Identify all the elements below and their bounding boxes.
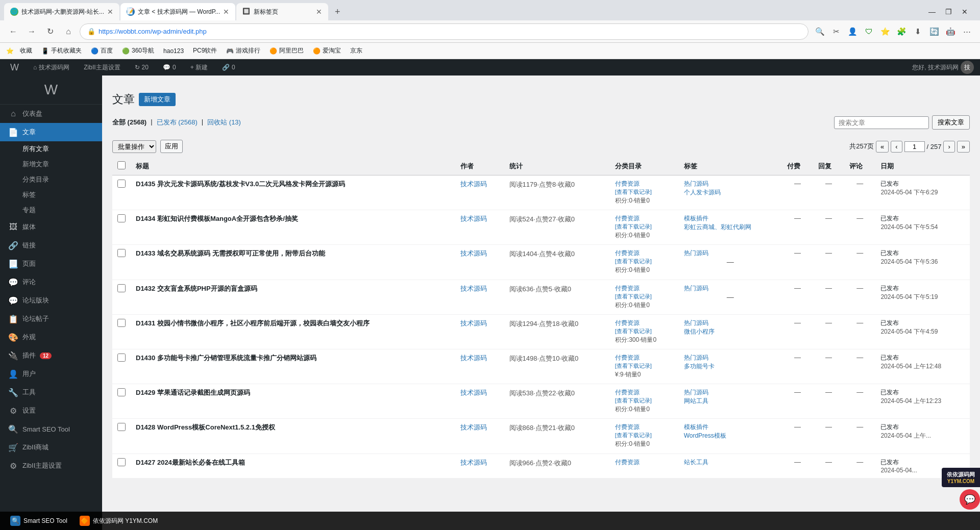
post-category-2[interactable]: 付费资源: [615, 249, 640, 257]
post-author-8[interactable]: 技术源码: [455, 453, 504, 478]
post-title-5[interactable]: D1430 多功能号卡推广分销管理系统流量卡推广分销网站源码: [136, 354, 450, 363]
sidebar-item-seo[interactable]: 🔍 Smart SEO Tool: [0, 420, 102, 438]
sidebar-item-comments[interactable]: 💬 评论: [0, 273, 102, 291]
post-title-4[interactable]: D1431 校园小情书微信小程序，社区小程序前后端开源，校园表白墙交友小程序: [136, 319, 450, 328]
tab-3-close[interactable]: ✕: [316, 8, 322, 16]
wp-logo[interactable]: W: [6, 59, 23, 75]
user-avatar[interactable]: 技: [961, 61, 974, 74]
post-title-1[interactable]: D1434 彩虹知识付费模板MangoA全开源包含秒杀/抽奖: [136, 214, 450, 223]
chat-button[interactable]: 💬: [960, 489, 980, 510]
row-checkbox-2[interactable]: [117, 249, 126, 257]
filter-trash[interactable]: 回收站 (13): [207, 118, 241, 127]
post-category-0[interactable]: 付费资源: [615, 180, 640, 187]
post-tag2-1[interactable]: 彩虹云商城、彩虹代刷网: [684, 223, 777, 232]
row-checkbox-7[interactable]: [117, 423, 126, 431]
filter-all[interactable]: 全部 (2568): [112, 118, 146, 127]
sidebar-item-plugins[interactable]: 🔌 插件 12: [0, 346, 102, 365]
post-title-7[interactable]: D1428 WordPress模板CoreNext1.5.2.1免授权: [136, 423, 450, 432]
plugin-bar-yiyuan[interactable]: 🔶 依依源码网 Y1YM.COM: [76, 515, 162, 527]
sidebar-item-zibii-theme[interactable]: ⚙ ZibII主题设置: [0, 457, 102, 475]
post-tag2-4[interactable]: 微信小程序: [684, 327, 777, 336]
tab-1[interactable]: 🌐 技术源码网-大鹏资源网-站长... ✕: [4, 3, 119, 20]
tab-2-close[interactable]: ✕: [223, 8, 229, 16]
apply-button[interactable]: 应用: [160, 140, 183, 153]
post-title-8[interactable]: D1427 2024最新站长必备在线工具箱: [136, 458, 450, 467]
sidebar-item-forum-sections[interactable]: 💬 论坛版块: [0, 291, 102, 310]
col-date[interactable]: 日期: [875, 157, 970, 175]
close-button[interactable]: ✕: [958, 5, 972, 19]
col-category[interactable]: 分类目录: [610, 157, 679, 175]
sidebar-item-forum-posts[interactable]: 📋 论坛帖子: [0, 310, 102, 328]
sidebar-item-tools[interactable]: 🔧 工具: [0, 383, 102, 401]
select-all-checkbox[interactable]: [117, 161, 126, 169]
corner-logo[interactable]: 依依源码网 Y1YM.COM: [942, 468, 980, 487]
url-bar[interactable]: 🔒 https://wobbt.com/wp-admin/edit.php: [80, 23, 808, 40]
sidebar-item-pages[interactable]: 📃 页面: [0, 255, 102, 273]
post-author-2[interactable]: 技术源码: [455, 245, 504, 280]
sidebar-item-zibii-shop[interactable]: 🛒 ZibII商城: [0, 438, 102, 457]
plugin-bar-seo[interactable]: 🔍 Smart SEO Tool: [6, 515, 71, 527]
search-input[interactable]: [834, 116, 929, 129]
bookmark-hao123[interactable]: hao123: [160, 46, 187, 56]
bookmark-360[interactable]: 🟢360导航: [119, 45, 157, 56]
sidebar-subitem-categories[interactable]: 分类目录: [0, 172, 102, 187]
post-author-4[interactable]: 技术源码: [455, 314, 504, 349]
bookmark-alibaba[interactable]: 🟠阿里巴巴: [266, 45, 307, 56]
post-author-0[interactable]: 技术源码: [455, 175, 504, 210]
sidebar-item-dashboard[interactable]: ⌂ 仪表盘: [0, 105, 102, 123]
last-page-button[interactable]: »: [957, 141, 970, 153]
post-title-6[interactable]: D1429 苹果通话记录截图生成网页源码: [136, 388, 450, 397]
updates[interactable]: ↻ 20: [131, 59, 153, 75]
post-tag-7[interactable]: 模板插件: [684, 423, 777, 432]
bulk-actions-select[interactable]: 批量操作: [112, 140, 156, 153]
post-tag-8[interactable]: 站长工具: [684, 458, 777, 467]
comments-bar[interactable]: 💬 0: [159, 59, 180, 75]
new-item[interactable]: + 新建: [186, 59, 212, 75]
col-tags[interactable]: 标签: [679, 157, 782, 175]
download-icon[interactable]: ⬇: [911, 24, 925, 39]
row-checkbox-5[interactable]: [117, 354, 126, 362]
post-download-2[interactable]: [查看下载记录]: [615, 258, 674, 265]
sidebar-item-settings[interactable]: ⚙ 设置: [0, 401, 102, 420]
bookmark-jd[interactable]: 京东: [347, 45, 365, 56]
post-tag-0[interactable]: 热门源码: [684, 180, 777, 188]
back-button[interactable]: ←: [6, 24, 20, 39]
tab-2[interactable]: 📝 文章 < 技术源码网 — WordP... ✕: [120, 3, 235, 20]
reload-button[interactable]: ↻: [43, 24, 57, 39]
post-category-6[interactable]: 付费资源: [615, 389, 640, 396]
post-tag-1[interactable]: 模板插件: [684, 214, 777, 223]
post-author-3[interactable]: 技术源码: [455, 280, 504, 314]
prev-page-button[interactable]: ‹: [891, 141, 902, 153]
post-tag-5[interactable]: 热门源码: [684, 354, 777, 362]
next-page-button[interactable]: ›: [943, 141, 954, 153]
post-tag2-7[interactable]: WordPress模板: [684, 432, 777, 440]
filter-published[interactable]: 已发布 (2568): [157, 118, 198, 127]
row-checkbox-0[interactable]: [117, 180, 126, 188]
links-bar[interactable]: 🔗 0: [218, 59, 239, 75]
tab-3[interactable]: 🔲 新标签页 ✕: [236, 3, 328, 20]
post-category-3[interactable]: 付费资源: [615, 285, 640, 292]
col-title[interactable]: 标题: [131, 157, 455, 175]
forward-button[interactable]: →: [24, 24, 39, 39]
puzzle-icon[interactable]: 🧩: [894, 24, 909, 39]
post-download-0[interactable]: [查看下载记录]: [615, 188, 674, 196]
post-category-7[interactable]: 付费资源: [615, 423, 640, 431]
sidebar-item-appearance[interactable]: 🎨 外观: [0, 328, 102, 346]
post-category-1[interactable]: 付费资源: [615, 215, 640, 222]
post-tag-6[interactable]: 热门源码: [684, 388, 777, 397]
first-page-button[interactable]: «: [876, 141, 889, 153]
post-category-4[interactable]: 付费资源: [615, 319, 640, 326]
post-category-8[interactable]: 付费资源: [615, 459, 640, 466]
post-author-7[interactable]: 技术源码: [455, 419, 504, 453]
sidebar-item-users[interactable]: 👤 用户: [0, 365, 102, 383]
sidebar-wp-logo[interactable]: W: [0, 75, 102, 105]
bookmark-games[interactable]: 🎮游戏排行: [223, 45, 263, 56]
post-download-5[interactable]: [查看下载记录]: [615, 362, 674, 370]
post-title-2[interactable]: D1433 域名交易系统源码 无需授权即可正常使用，附带后台功能: [136, 249, 450, 258]
post-download-6[interactable]: [查看下载记录]: [615, 397, 674, 405]
post-download-1[interactable]: [查看下载记录]: [615, 223, 674, 231]
theme-settings[interactable]: ZibII主题设置: [80, 59, 124, 75]
post-download-4[interactable]: [查看下载记录]: [615, 327, 674, 335]
tab-1-close[interactable]: ✕: [107, 8, 113, 16]
post-tag2-6[interactable]: 网站工具: [684, 397, 777, 406]
